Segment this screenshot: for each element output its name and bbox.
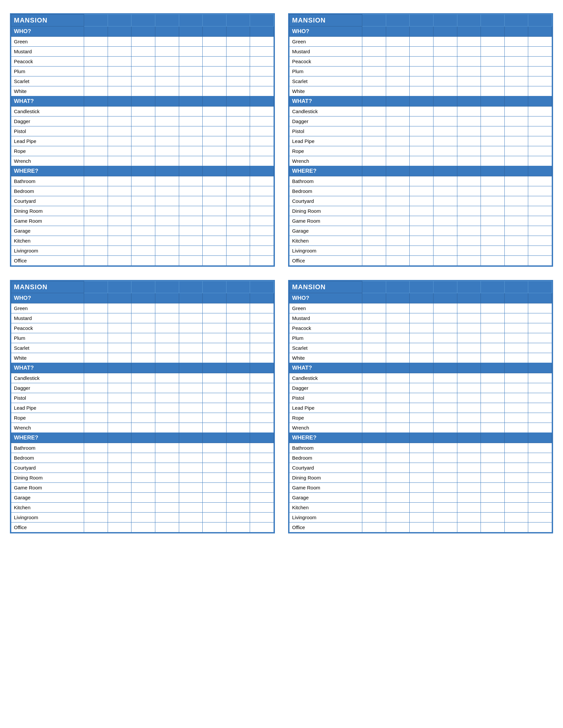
check-cell-who-2-0[interactable] xyxy=(84,323,108,333)
check-cell-who-5-3[interactable] xyxy=(155,86,179,96)
check-cell-who-0-2[interactable] xyxy=(131,37,155,47)
check-cell-where-8-1[interactable] xyxy=(386,256,410,266)
check-cell-what-3-7[interactable] xyxy=(528,403,552,413)
check-cell-where-1-5[interactable] xyxy=(203,186,226,196)
check-cell-where-5-4[interactable] xyxy=(179,226,203,236)
check-cell-what-3-5[interactable] xyxy=(203,136,226,146)
check-cell-what-2-6[interactable] xyxy=(504,126,528,136)
check-cell-who-3-0[interactable] xyxy=(84,67,108,76)
check-cell-where-2-5[interactable] xyxy=(203,196,226,206)
check-cell-what-4-1[interactable] xyxy=(108,413,131,423)
check-cell-who-2-5[interactable] xyxy=(203,323,226,333)
check-cell-where-5-1[interactable] xyxy=(386,226,410,236)
check-cell-what-0-2[interactable] xyxy=(131,107,155,116)
check-cell-where-3-0[interactable] xyxy=(362,473,386,483)
check-cell-who-4-0[interactable] xyxy=(84,76,108,86)
check-cell-where-5-4[interactable] xyxy=(179,493,203,503)
check-cell-what-5-3[interactable] xyxy=(155,156,179,166)
check-cell-who-3-2[interactable] xyxy=(131,333,155,343)
check-cell-where-1-1[interactable] xyxy=(386,186,410,196)
check-cell-what-4-5[interactable] xyxy=(203,146,226,156)
check-cell-who-5-6[interactable] xyxy=(504,86,528,96)
check-cell-where-3-5[interactable] xyxy=(203,473,226,483)
check-cell-what-4-0[interactable] xyxy=(362,413,386,423)
check-cell-where-8-0[interactable] xyxy=(84,256,108,266)
check-cell-what-5-2[interactable] xyxy=(410,423,434,433)
check-cell-what-0-3[interactable] xyxy=(434,107,457,116)
check-cell-what-1-1[interactable] xyxy=(386,383,410,393)
check-cell-who-3-7[interactable] xyxy=(528,67,552,76)
check-cell-what-0-0[interactable] xyxy=(362,107,386,116)
check-cell-where-7-2[interactable] xyxy=(410,513,434,523)
check-cell-what-0-1[interactable] xyxy=(386,373,410,383)
check-cell-where-7-0[interactable] xyxy=(84,513,108,523)
check-cell-who-0-4[interactable] xyxy=(457,303,481,313)
check-cell-where-3-3[interactable] xyxy=(434,473,457,483)
check-cell-who-0-5[interactable] xyxy=(481,303,505,313)
check-cell-who-1-2[interactable] xyxy=(410,313,434,323)
check-cell-what-5-6[interactable] xyxy=(226,423,250,433)
check-cell-where-2-5[interactable] xyxy=(203,463,226,473)
check-cell-who-5-5[interactable] xyxy=(203,353,226,363)
check-cell-where-7-1[interactable] xyxy=(108,513,131,523)
check-cell-where-6-2[interactable] xyxy=(131,503,155,513)
check-cell-who-4-7[interactable] xyxy=(528,343,552,353)
check-cell-what-0-3[interactable] xyxy=(155,107,179,116)
check-cell-who-4-2[interactable] xyxy=(131,343,155,353)
check-cell-what-1-2[interactable] xyxy=(131,383,155,393)
check-cell-where-8-0[interactable] xyxy=(362,256,386,266)
check-cell-what-0-2[interactable] xyxy=(131,373,155,383)
check-cell-where-7-7[interactable] xyxy=(528,246,552,256)
check-cell-who-2-3[interactable] xyxy=(434,57,457,67)
check-cell-what-4-0[interactable] xyxy=(362,146,386,156)
check-cell-who-5-7[interactable] xyxy=(250,86,274,96)
check-cell-where-4-3[interactable] xyxy=(434,216,457,226)
check-cell-where-3-3[interactable] xyxy=(434,206,457,216)
check-cell-where-0-1[interactable] xyxy=(108,443,131,453)
check-cell-what-3-6[interactable] xyxy=(226,136,250,146)
check-cell-what-3-7[interactable] xyxy=(250,403,274,413)
check-cell-who-1-0[interactable] xyxy=(362,313,386,323)
check-cell-who-0-4[interactable] xyxy=(179,303,203,313)
check-cell-who-2-0[interactable] xyxy=(84,57,108,67)
check-cell-where-5-0[interactable] xyxy=(84,493,108,503)
check-cell-who-5-6[interactable] xyxy=(226,353,250,363)
check-cell-what-4-5[interactable] xyxy=(481,413,505,423)
check-cell-where-4-0[interactable] xyxy=(84,483,108,493)
check-cell-who-0-2[interactable] xyxy=(131,303,155,313)
check-cell-what-1-1[interactable] xyxy=(108,383,131,393)
check-cell-what-4-1[interactable] xyxy=(386,413,410,423)
check-cell-where-5-5[interactable] xyxy=(203,493,226,503)
check-cell-where-1-0[interactable] xyxy=(84,453,108,463)
check-cell-who-4-3[interactable] xyxy=(155,343,179,353)
check-cell-who-3-1[interactable] xyxy=(386,333,410,343)
check-cell-who-2-5[interactable] xyxy=(203,57,226,67)
check-cell-where-1-2[interactable] xyxy=(410,453,434,463)
check-cell-where-2-0[interactable] xyxy=(362,196,386,206)
check-cell-what-3-7[interactable] xyxy=(250,136,274,146)
check-cell-who-1-4[interactable] xyxy=(457,47,481,57)
check-cell-where-0-5[interactable] xyxy=(481,176,505,186)
check-cell-where-6-3[interactable] xyxy=(434,503,457,513)
check-cell-where-4-6[interactable] xyxy=(226,483,250,493)
check-cell-what-1-4[interactable] xyxy=(179,383,203,393)
check-cell-who-0-0[interactable] xyxy=(362,303,386,313)
check-cell-what-1-2[interactable] xyxy=(410,116,434,126)
check-cell-what-3-4[interactable] xyxy=(457,136,481,146)
check-cell-who-4-6[interactable] xyxy=(226,343,250,353)
check-cell-where-2-0[interactable] xyxy=(84,463,108,473)
check-cell-where-3-4[interactable] xyxy=(179,206,203,216)
check-cell-what-3-4[interactable] xyxy=(179,136,203,146)
check-cell-what-1-0[interactable] xyxy=(84,116,108,126)
check-cell-where-4-0[interactable] xyxy=(362,216,386,226)
check-cell-where-6-1[interactable] xyxy=(108,236,131,246)
check-cell-what-3-3[interactable] xyxy=(155,403,179,413)
check-cell-what-1-3[interactable] xyxy=(155,383,179,393)
check-cell-where-1-7[interactable] xyxy=(250,186,274,196)
check-cell-what-3-4[interactable] xyxy=(457,403,481,413)
check-cell-who-3-5[interactable] xyxy=(203,333,226,343)
check-cell-where-6-1[interactable] xyxy=(108,503,131,513)
check-cell-what-1-6[interactable] xyxy=(226,383,250,393)
check-cell-what-4-6[interactable] xyxy=(226,146,250,156)
check-cell-who-3-4[interactable] xyxy=(457,67,481,76)
